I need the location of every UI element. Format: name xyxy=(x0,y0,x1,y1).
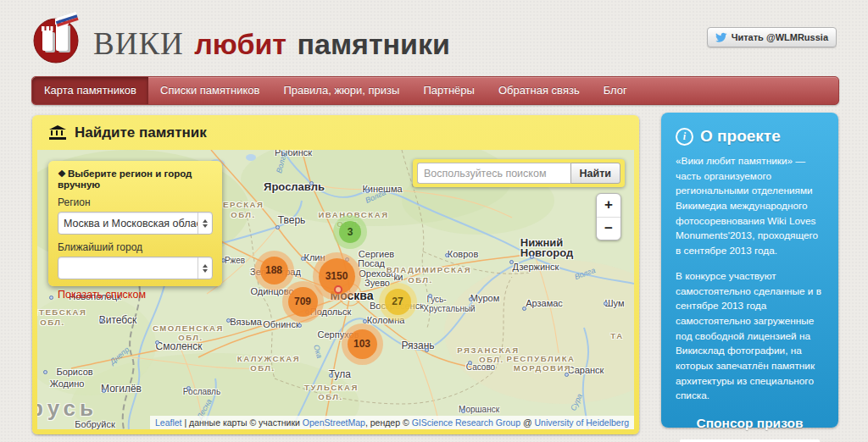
city-dot xyxy=(99,318,103,323)
map-label: ОБЛ. xyxy=(408,275,433,285)
region-label: Регион xyxy=(58,196,213,208)
map-label: Дзержинск xyxy=(513,262,559,272)
search-button[interactable]: Найти xyxy=(570,163,620,184)
city-dot xyxy=(530,255,534,259)
site-header: ВИКИ любит памятники Читать @WLMRussia xyxy=(32,10,838,69)
city-dot xyxy=(469,297,473,301)
map-label: Муром xyxy=(470,293,499,303)
map-label: Хрустальный xyxy=(423,304,475,313)
city-dot xyxy=(445,253,449,257)
region-select-value: Москва и Московская область xyxy=(58,218,198,229)
nav-item-0[interactable]: Карта памятников xyxy=(32,77,148,104)
city-dot xyxy=(43,370,47,374)
title-monuments: памятники xyxy=(297,28,449,60)
nav-item-4[interactable]: Обратная связь xyxy=(487,77,592,104)
marker-cluster-709[interactable]: 709 xyxy=(282,281,324,323)
nav-item-3[interactable]: Партнёры xyxy=(411,77,486,104)
moscow-marker[interactable] xyxy=(334,285,342,294)
map-label: ИТЕБСКАЯ xyxy=(37,307,86,317)
city-dot xyxy=(365,189,370,193)
map-label: ОБЛ. xyxy=(250,363,275,373)
region-select[interactable]: Москва и Московская область xyxy=(58,212,213,235)
city-dot xyxy=(275,225,280,229)
finder-header: Найдите памятник xyxy=(32,115,639,150)
twitter-follow-label: Читать @WLMRussia xyxy=(732,32,828,42)
marker-cluster-3[interactable]: 3 xyxy=(333,215,367,249)
show-as-list-link[interactable]: Показать списком xyxy=(58,289,146,301)
bank-building-icon xyxy=(49,126,66,140)
map-label: Вязьма xyxy=(230,317,262,327)
city-dot xyxy=(461,409,465,413)
monument-finder-panel: Найдите памятник xyxy=(32,115,639,434)
about-title: О проекте xyxy=(700,127,781,146)
stepper-arrows-icon xyxy=(198,257,212,279)
city-dot xyxy=(309,181,314,185)
osm-link[interactable]: OpenStreetMap xyxy=(303,417,365,428)
map-label: Посад xyxy=(358,258,385,268)
monuments-map[interactable]: ❖Выберите регион и город вручную Регион … xyxy=(37,150,634,429)
map-label: Шум xyxy=(604,298,624,308)
map-label: Ржев xyxy=(225,256,245,265)
map-label: КАЛУЖСКАЯ xyxy=(237,354,300,363)
heidelberg-link[interactable]: University of Heidelberg xyxy=(535,417,629,428)
about-project-panel: i О проекте «Вики любит памятники» — час… xyxy=(661,113,838,428)
city-dot xyxy=(509,260,514,264)
city-dot xyxy=(565,373,569,377)
map-label: Жодино xyxy=(50,378,85,389)
city-select[interactable] xyxy=(58,257,213,279)
sponsor-heading: Спонсор призов xyxy=(676,416,824,431)
map-label: Ярославль xyxy=(264,180,325,193)
stepper-arrows-icon xyxy=(198,213,212,234)
map-label: ОБЛ. xyxy=(231,210,256,219)
nav-item-5[interactable]: Блог xyxy=(592,77,639,104)
map-label: ТА xyxy=(610,331,623,340)
zoom-in-button[interactable]: + xyxy=(597,194,620,218)
nav-item-2[interactable]: Правила, жюри, призы xyxy=(271,77,411,104)
map-label: ОБЛ. xyxy=(40,318,65,327)
map-label: ВЛАДИМИРСКАЯ xyxy=(387,265,472,274)
city-dot xyxy=(298,323,302,328)
marker-cluster-188[interactable]: 188 xyxy=(254,251,294,290)
giscience-link[interactable]: GIScience Research Group xyxy=(412,417,520,428)
map-label: ВЕРСКАЯ xyxy=(216,200,264,209)
zoom-out-button[interactable]: − xyxy=(597,218,620,240)
leaflet-link[interactable]: Leaflet xyxy=(155,417,182,428)
city-dot xyxy=(155,340,159,345)
map-label: ТУЛЬСКАЯ xyxy=(304,383,359,392)
city-dot xyxy=(301,257,305,261)
city-label: Ближайший город xyxy=(58,241,213,253)
city-dot xyxy=(363,319,367,323)
map-label: Рязань xyxy=(401,340,434,351)
map-label: Борисов xyxy=(56,367,92,377)
city-dot xyxy=(522,307,526,311)
map-label: МОРДОВИЯ xyxy=(514,363,572,373)
diamond-icon: ❖ xyxy=(58,169,66,179)
map-label: ОБЛ. xyxy=(479,355,504,364)
title-wiki: ВИКИ xyxy=(93,26,184,61)
map-label: Смоленск xyxy=(156,340,203,352)
wlm-logo xyxy=(32,12,88,66)
chooser-title: ❖Выберите регион и город вручную xyxy=(58,169,213,190)
city-dot xyxy=(226,318,231,323)
search-input[interactable] xyxy=(417,163,570,184)
title-loves: любит xyxy=(194,28,287,60)
map-label: Могилёв xyxy=(101,383,142,395)
city-dot xyxy=(604,301,608,306)
map-attribution: Leaflet | данные карты © участники OpenS… xyxy=(150,416,634,429)
info-icon: i xyxy=(676,128,693,146)
map-label: Саранск xyxy=(568,365,604,375)
map-label: Новгород xyxy=(520,246,573,259)
map-label: Ковров xyxy=(448,249,478,259)
about-paragraph-2: В конкурсе участвуют самостоятельно сдел… xyxy=(676,269,824,404)
city-dot xyxy=(49,296,53,300)
nav-item-1[interactable]: Списки памятников xyxy=(148,77,271,104)
twitter-follow-button[interactable]: Читать @WLMRussia xyxy=(707,27,837,47)
map-label: Арзамас xyxy=(526,298,563,308)
map-zoom-control: + − xyxy=(596,193,621,240)
marker-cluster-103[interactable]: 103 xyxy=(342,323,383,365)
page-title: ВИКИ любит памятники xyxy=(93,25,450,62)
main-nav: Карта памятниковСписки памятниковПравила… xyxy=(31,76,839,105)
marker-cluster-27[interactable]: 27 xyxy=(379,283,417,321)
finder-title: Найдите памятник xyxy=(75,124,207,141)
map-label: русь xyxy=(37,395,97,422)
